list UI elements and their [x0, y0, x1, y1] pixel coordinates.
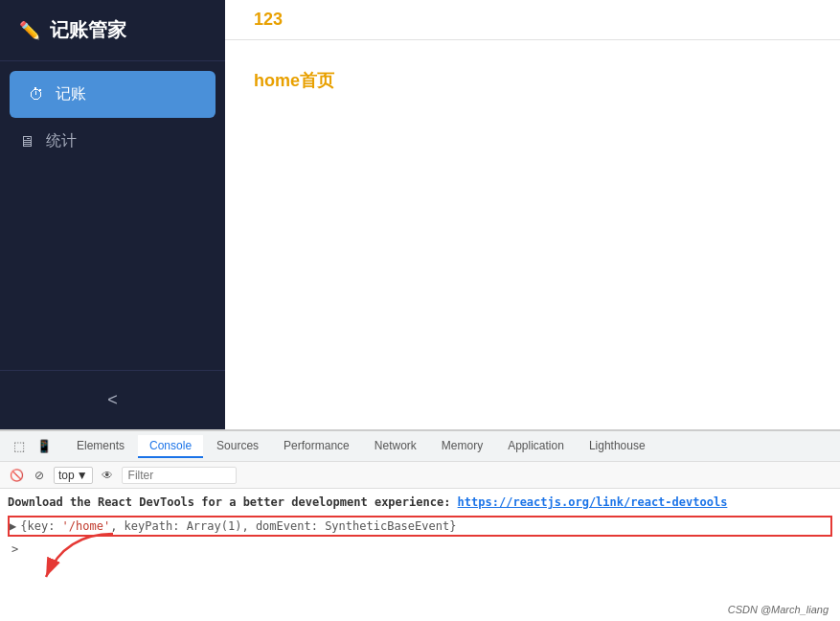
tab-sources[interactable]: Sources: [205, 435, 270, 458]
clear-console-button[interactable]: 🚫: [8, 467, 25, 484]
console-warning-line: Download the React DevTools for a better…: [8, 493, 832, 512]
device-icon[interactable]: 📱: [34, 437, 54, 456]
tab-network[interactable]: Network: [363, 435, 428, 458]
devtools-tab-icons: ⬚ 📱: [10, 437, 54, 456]
top-label: top: [58, 469, 75, 482]
sidebar-item-statistics[interactable]: 🖥 统计: [0, 118, 225, 165]
frame-selector-arrow: ▼: [77, 469, 88, 482]
tab-application[interactable]: Application: [496, 435, 576, 458]
header-number: 123: [254, 10, 283, 29]
sidebar-item-accounting[interactable]: ⏱ 记账: [10, 71, 216, 118]
tab-lighthouse[interactable]: Lighthouse: [578, 435, 657, 458]
eye-icon[interactable]: 👁: [99, 467, 116, 484]
watermark: CSDN @March_liang: [728, 604, 829, 615]
react-devtools-link[interactable]: https://reactjs.org/link/react-devtools: [458, 495, 728, 509]
console-input-row: >: [8, 540, 832, 558]
devtools-console-content: Download the React DevTools for a better…: [0, 489, 840, 621]
tab-memory[interactable]: Memory: [430, 435, 494, 458]
sidebar-nav: ⏱ 记账 🖥 统计: [0, 61, 225, 370]
tab-elements[interactable]: Elements: [65, 435, 136, 458]
devtools-toolbar: 🚫 ⊘ top ▼ 👁: [0, 462, 840, 489]
console-log-content: {key: '/home', keyPath: Array(1), domEve…: [20, 519, 456, 533]
top-frame-selector[interactable]: top ▼: [54, 467, 93, 484]
accounting-icon: ⏱: [29, 86, 44, 104]
devtools-console: Download the React DevTools for a better…: [0, 489, 840, 621]
statistics-icon: 🖥: [19, 133, 34, 150]
devtools-panel: ⬚ 📱 Elements Console Sources Performance…: [0, 429, 840, 621]
stop-recording-button[interactable]: ⊘: [31, 467, 48, 484]
inspect-icon[interactable]: ⬚: [10, 437, 29, 456]
sidebar: ✏️ 记账管家 ⏱ 记账 🖥 统计 <: [0, 0, 225, 429]
sidebar-logo: ✏️ 记账管家: [0, 0, 225, 61]
sidebar-collapse-button[interactable]: <: [0, 370, 225, 429]
expand-arrow[interactable]: ▶: [10, 519, 16, 533]
logo-icon: ✏️: [19, 20, 40, 41]
home-title: home首页: [254, 71, 334, 90]
console-log-row: ▶ {key: '/home', keyPath: Array(1), domE…: [8, 516, 832, 537]
sidebar-item-accounting-label: 记账: [56, 84, 86, 104]
console-prompt: >: [11, 542, 18, 556]
warning-text: Download the React DevTools for a better…: [8, 495, 458, 509]
collapse-icon: <: [107, 390, 118, 410]
console-filter-input[interactable]: [122, 467, 237, 484]
main-header: 123: [225, 0, 840, 40]
logo-text: 记账管家: [50, 17, 126, 43]
sidebar-item-statistics-label: 统计: [46, 131, 77, 151]
tab-performance[interactable]: Performance: [272, 435, 361, 458]
devtools-tabs-bar: ⬚ 📱 Elements Console Sources Performance…: [0, 431, 840, 462]
annotation-arrow: [36, 529, 123, 596]
main-content: 123 home首页: [225, 0, 840, 429]
main-body: home首页: [225, 40, 840, 429]
tab-console[interactable]: Console: [138, 435, 203, 458]
